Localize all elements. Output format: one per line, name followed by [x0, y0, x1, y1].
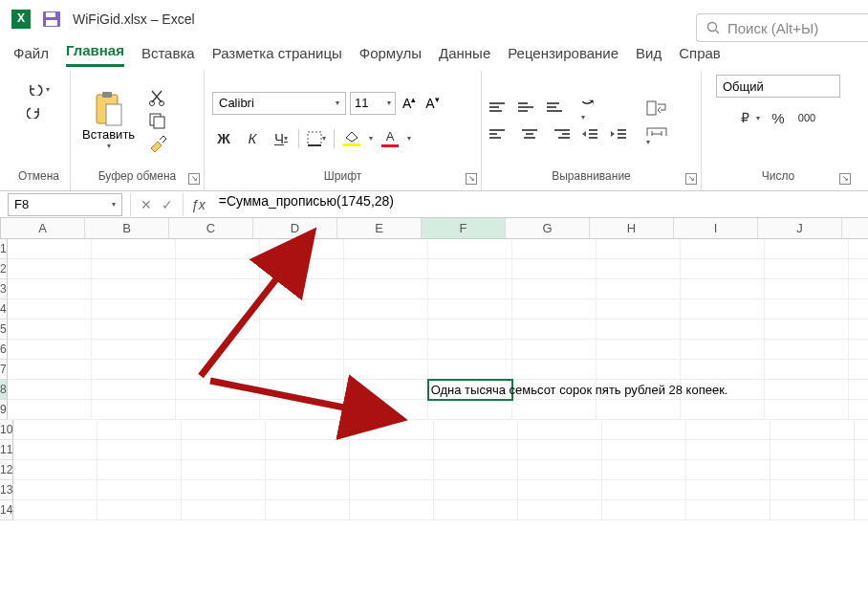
redo-button[interactable]: [27, 103, 52, 121]
orientation-button[interactable]: ⤻▾: [581, 98, 612, 117]
cell-F1[interactable]: [428, 239, 512, 259]
cell-J5[interactable]: [765, 320, 849, 340]
font-size-select[interactable]: 11▾: [350, 92, 396, 115]
cell-G11[interactable]: [518, 440, 602, 460]
cell-I2[interactable]: [681, 259, 765, 279]
enter-formula-icon[interactable]: ✓: [162, 197, 173, 212]
cell-A8[interactable]: [8, 380, 92, 400]
cell-F13[interactable]: [434, 480, 518, 500]
row-header[interactable]: 10: [0, 420, 13, 440]
cell-B11[interactable]: [98, 440, 182, 460]
cell-J4[interactable]: [765, 299, 849, 320]
column-header[interactable]: K: [842, 218, 868, 238]
cell-G4[interactable]: [512, 299, 597, 320]
cell-I10[interactable]: [686, 420, 770, 440]
cell-D7[interactable]: [260, 360, 344, 380]
cell-G7[interactable]: [512, 360, 597, 380]
cell-H7[interactable]: [597, 360, 681, 380]
search-box[interactable]: Поиск (Alt+Ы): [696, 13, 868, 42]
cell-B10[interactable]: [98, 420, 182, 440]
cell-C10[interactable]: [182, 420, 266, 440]
cell-J9[interactable]: [765, 400, 849, 420]
cell-A14[interactable]: [13, 500, 98, 520]
cell-J11[interactable]: [770, 440, 855, 460]
cell-K4[interactable]: [849, 299, 868, 320]
align-center-button[interactable]: [518, 124, 541, 143]
row-header[interactable]: 13: [0, 480, 13, 500]
cell-E4[interactable]: [344, 299, 428, 320]
fill-color-button[interactable]: [340, 128, 363, 149]
cell-C11[interactable]: [182, 440, 266, 460]
cell-G3[interactable]: [512, 279, 597, 299]
align-middle-button[interactable]: [518, 98, 541, 117]
row-header[interactable]: 6: [0, 340, 8, 360]
cell-J10[interactable]: [770, 420, 855, 440]
row-header[interactable]: 14: [0, 500, 13, 520]
cell-E14[interactable]: [350, 500, 434, 520]
cell-G10[interactable]: [518, 420, 602, 440]
cell-G6[interactable]: [512, 340, 597, 360]
cell-E2[interactable]: [344, 259, 428, 279]
cell-C8[interactable]: [176, 380, 260, 400]
cell-I13[interactable]: [686, 480, 770, 500]
cell-A2[interactable]: [8, 259, 92, 279]
cell-K2[interactable]: [849, 259, 868, 279]
percent-format-button[interactable]: %: [767, 107, 790, 128]
tab-рецензирование[interactable]: Рецензирование: [508, 45, 618, 67]
cell-C6[interactable]: [176, 340, 260, 360]
cell-C9[interactable]: [176, 400, 260, 420]
cell-A5[interactable]: [8, 320, 92, 340]
cell-C4[interactable]: [176, 299, 260, 320]
cell-I7[interactable]: [681, 360, 765, 380]
format-painter-icon[interactable]: [148, 135, 167, 152]
row-header[interactable]: 2: [0, 259, 8, 279]
cell-F5[interactable]: [428, 320, 512, 340]
cell-B5[interactable]: [92, 320, 176, 340]
cell-B9[interactable]: [92, 400, 176, 420]
grow-font-button[interactable]: A▴: [400, 95, 419, 111]
cell-E9[interactable]: [344, 400, 428, 420]
formula-bar[interactable]: =Сумма_прописью(1745,28): [213, 193, 868, 216]
cell-K9[interactable]: [849, 400, 868, 420]
column-header[interactable]: C: [169, 218, 253, 238]
cell-A1[interactable]: [8, 239, 92, 259]
cell-B14[interactable]: [98, 500, 182, 520]
cell-C14[interactable]: [182, 500, 266, 520]
tab-разметка страницы[interactable]: Разметка страницы: [212, 45, 342, 67]
cell-H11[interactable]: [602, 440, 686, 460]
row-header[interactable]: 7: [0, 360, 8, 380]
cell-G14[interactable]: [518, 500, 602, 520]
undo-button[interactable]: ▾: [27, 80, 52, 98]
merge-button[interactable]: ▾: [646, 127, 681, 146]
cell-K10[interactable]: [855, 420, 868, 440]
cell-D9[interactable]: [260, 400, 344, 420]
cell-D1[interactable]: [260, 239, 344, 259]
cell-C12[interactable]: [182, 460, 266, 480]
column-header[interactable]: D: [253, 218, 337, 238]
column-header[interactable]: H: [590, 218, 674, 238]
dialog-launcher-icon[interactable]: ↘: [839, 173, 851, 185]
cell-H9[interactable]: [597, 400, 681, 420]
paste-button[interactable]: Вставить ▾: [78, 91, 139, 150]
cell-A4[interactable]: [8, 299, 92, 320]
cell-F4[interactable]: [428, 299, 512, 320]
cell-J6[interactable]: [765, 340, 849, 360]
cell-I1[interactable]: [681, 239, 765, 259]
cell-E5[interactable]: [344, 320, 428, 340]
cell-D6[interactable]: [260, 340, 344, 360]
column-header[interactable]: F: [422, 218, 506, 238]
cell-F11[interactable]: [434, 440, 518, 460]
cell-H14[interactable]: [602, 500, 686, 520]
cell-G13[interactable]: [518, 480, 602, 500]
cell-E1[interactable]: [344, 239, 428, 259]
align-left-button[interactable]: [489, 124, 512, 143]
cell-D13[interactable]: [266, 480, 350, 500]
number-format-select[interactable]: Общий: [716, 75, 840, 98]
cell-F3[interactable]: [428, 279, 512, 299]
tab-вид[interactable]: Вид: [636, 45, 662, 67]
cell-E10[interactable]: [350, 420, 434, 440]
cell-K3[interactable]: [849, 279, 868, 299]
cell-F7[interactable]: [428, 360, 512, 380]
tab-главная[interactable]: Главная: [66, 42, 124, 67]
borders-button[interactable]: ▾: [305, 128, 328, 149]
